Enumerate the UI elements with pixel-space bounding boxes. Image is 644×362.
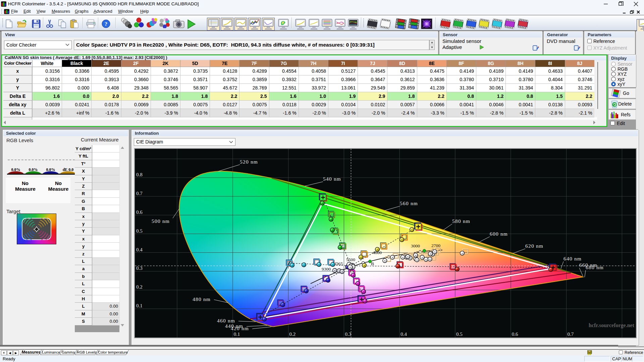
svg-text:0.3: 0.3: [136, 265, 143, 271]
svg-text:0.5: 0.5: [456, 331, 463, 337]
svg-text:0.7: 0.7: [136, 191, 143, 196]
svg-text:?: ?: [105, 21, 108, 27]
svg-text:D65: D65: [335, 261, 343, 266]
svg-text:600 nm: 600 nm: [490, 231, 508, 237]
svg-text:560 nm: 560 nm: [400, 200, 418, 206]
svg-text:4000: 4000: [373, 250, 382, 255]
svg-text:5500: 5500: [346, 257, 355, 262]
svg-text:0.1: 0.1: [136, 303, 143, 308]
svg-text:0.4: 0.4: [400, 331, 407, 337]
svg-text:B: B: [371, 261, 374, 266]
svg-text:2700: 2700: [431, 243, 440, 248]
svg-text:0.2: 0.2: [289, 331, 296, 337]
svg-text:3000: 3000: [411, 243, 420, 248]
svg-text:500 nm: 500 nm: [152, 218, 170, 224]
svg-text:540 nm: 540 nm: [323, 176, 341, 182]
svg-text:0.6: 0.6: [136, 209, 143, 215]
svg-text:520 nm: 520 nm: [240, 159, 258, 165]
svg-text:0.6: 0.6: [512, 331, 518, 337]
svg-text:9300: 9300: [322, 266, 331, 272]
svg-text:0.1: 0.1: [234, 331, 240, 337]
svg-text:0.3: 0.3: [345, 331, 351, 337]
svg-text:420 nm: 420 nm: [231, 325, 249, 331]
svg-text:0.8: 0.8: [136, 172, 143, 177]
svg-text:680 nm: 680 nm: [586, 264, 604, 270]
svg-text:620 nm: 620 nm: [525, 243, 543, 249]
svg-text:0.2: 0.2: [136, 284, 143, 290]
svg-text:0.4: 0.4: [136, 247, 143, 252]
svg-text:0.5: 0.5: [136, 228, 143, 234]
svg-text:460 nm: 460 nm: [217, 318, 235, 323]
svg-text:0.7: 0.7: [568, 331, 574, 337]
svg-text:640 nm: 640 nm: [564, 256, 582, 261]
svg-text:480 nm: 480 nm: [193, 296, 211, 302]
svg-text:C: C: [350, 268, 353, 274]
svg-text:hcfr.sourceforge.net: hcfr.sourceforge.net: [589, 322, 635, 328]
svg-text:580 nm: 580 nm: [452, 218, 470, 224]
